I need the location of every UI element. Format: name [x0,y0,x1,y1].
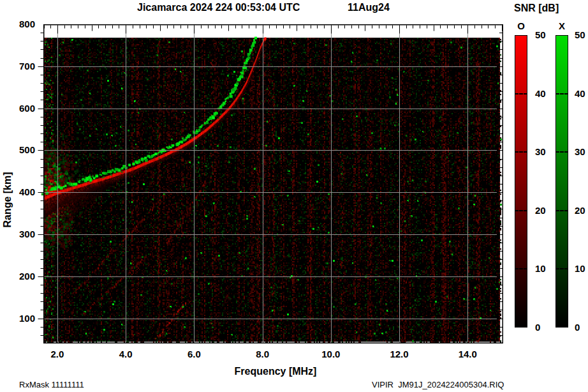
colorbar-title: SNR [dB] [514,3,559,14]
colorbar-tick-label: 30 [535,147,554,157]
colorbar-tick-dash [555,151,568,153]
colorbar-tick-dash [555,210,568,211]
colorbar-tick-label: 40 [535,89,554,99]
y-tick-label: 700 [11,61,35,72]
y-tick-label: 400 [11,187,35,197]
page-title: Jicamarca 2024 224 00:53:04 UTC [137,2,300,13]
colorbar-tick-dash [515,268,527,269]
colorbar-tick-label: 20 [575,206,588,216]
colorbar-tick-dash [555,93,568,94]
ionogram-canvas [37,24,503,343]
footer-rxmask: RxMask 11111111 [19,380,84,389]
o-mode-label: O [514,20,528,31]
y-tick-label: 200 [11,271,35,282]
colorbar-tick-label: 0 [535,322,554,333]
y-tick-label: 100 [11,313,35,324]
colorbar-tick-label: 10 [575,264,588,274]
colorbar-tick-dash [515,93,527,94]
x-tick-label: 2.0 [43,349,71,359]
footer-filename: VIPIR JM91J_2024224005304.RIQ [372,380,504,389]
title-date: 11Aug24 [348,2,390,13]
x-tick-label: 14.0 [453,349,481,359]
x-mode-label: X [555,20,569,31]
colorbar-tick-dash [515,210,527,211]
colorbar-tick-label: 40 [575,89,588,99]
y-tick-label: 300 [11,229,35,239]
x-colorbar [555,35,568,328]
colorbar-tick-label: 20 [535,206,554,216]
colorbar-tick-label: 10 [535,264,554,274]
colorbar-tick-dash [515,151,527,153]
colorbar-tick-label: 50 [535,30,554,40]
x-tick-label: 10.0 [317,349,345,359]
colorbar-tick-label: 50 [575,30,588,40]
y-tick-label: 500 [11,145,35,155]
x-tick-label: 4.0 [112,349,140,359]
x-tick-label: 12.0 [385,349,413,359]
o-colorbar [515,35,527,328]
colorbar-tick-label: 30 [575,147,588,157]
colorbar-tick-dash [555,268,568,269]
x-tick-label: 6.0 [180,349,208,359]
y-tick-label: 600 [11,103,35,114]
y-tick-label: 800 [11,19,35,29]
frequency-axis-label: Frequency [MHz] [212,366,339,377]
colorbar-tick-label: 0 [575,322,588,333]
x-tick-label: 8.0 [249,349,277,359]
ionogram-figure: Jicamarca 2024 224 00:53:04 UTC 11Aug24 … [0,0,588,392]
